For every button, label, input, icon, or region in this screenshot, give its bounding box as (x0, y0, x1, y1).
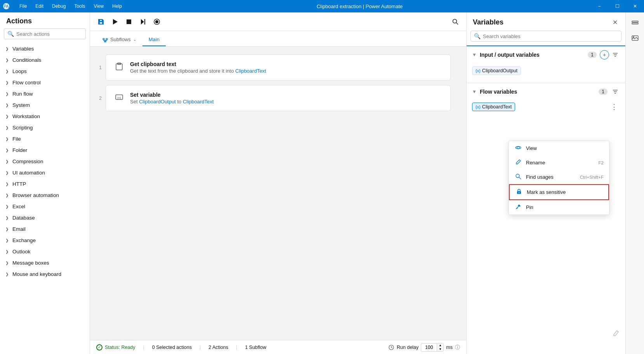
context-menu-view[interactable]: View (509, 141, 609, 155)
chevron-right-icon: ❯ (5, 47, 9, 51)
action-group-message-boxes[interactable]: ❯ Message boxes (0, 257, 90, 269)
menu-view[interactable]: View (90, 2, 108, 10)
clipboard-output-chip[interactable]: {x} ClipboardOutput (472, 66, 521, 75)
step-1-title: Get clipboard text (130, 61, 443, 67)
action-group-email[interactable]: ❯ Email (0, 223, 90, 235)
action-group-browser-automation[interactable]: ❯ Browser automation (0, 190, 90, 201)
action-group-label: Loops (12, 68, 27, 74)
action-group-loops[interactable]: ❯ Loops (0, 66, 90, 77)
action-group-label: File (12, 136, 21, 142)
flow-variables-section-header[interactable]: ▼ Flow variables 1 (467, 83, 625, 100)
delay-spinners: ▲ ▼ (437, 344, 443, 351)
action-group-label: Exchange (12, 237, 36, 243)
search-variables-input[interactable] (483, 33, 618, 39)
variables-panel-close-button[interactable]: ✕ (611, 17, 619, 28)
clipboard-text-row[interactable]: {x} ClipboardText ⋮ (467, 100, 625, 113)
action-group-label: Excel (12, 204, 25, 209)
search-actions-icon: 🔍 (7, 31, 14, 37)
menu-bar: File Edit Debug Tools View Help (12, 2, 129, 10)
action-group-label: Run flow (12, 91, 33, 97)
action-group-label: Database (12, 215, 35, 221)
action-group-workstation[interactable]: ❯ Workstation (0, 111, 90, 122)
window-title: Clipboard extraction | Power Automate (129, 3, 590, 9)
svg-rect-5 (144, 19, 145, 24)
sensitive-icon (515, 188, 523, 196)
action-group-database[interactable]: ❯ Database (0, 212, 90, 223)
action-group-variables[interactable]: ❯ Variables (0, 43, 90, 54)
context-menu-mark-sensitive[interactable]: Mark as sensitive (509, 184, 609, 200)
context-menu-rename[interactable]: Rename F2 (509, 155, 609, 170)
menu-file[interactable]: File (16, 2, 31, 10)
flow-step-1: 1 Get clipboard text Get the text from t… (106, 54, 451, 80)
step-1-desc: Get the text from the clipboard and stor… (130, 68, 443, 74)
action-group-outlook[interactable]: ❯ Outlook (0, 246, 90, 257)
filter-variables-button[interactable] (611, 50, 620, 59)
search-actions-input[interactable] (16, 31, 82, 37)
menu-edit[interactable]: Edit (31, 2, 47, 10)
add-variable-button[interactable]: + (600, 50, 609, 59)
menu-tools[interactable]: Tools (70, 2, 89, 10)
menu-help[interactable]: Help (108, 2, 126, 10)
minimize-button[interactable]: − (590, 0, 608, 12)
action-group-scripting[interactable]: ❯ Scripting (0, 122, 90, 133)
run-delay-box: Run delay ▲ ▼ ms ⓘ (388, 343, 460, 352)
svg-rect-3 (127, 19, 131, 24)
filter-flow-vars-button[interactable] (611, 87, 620, 96)
main-tab-label: Main (149, 37, 160, 42)
action-group-label: Message boxes (12, 260, 49, 266)
layers-button[interactable] (628, 16, 642, 30)
flow-variables-section: ▼ Flow variables 1 {x} ClipboardText ⋮ (467, 83, 625, 113)
menu-debug[interactable]: Debug (48, 2, 69, 10)
step-1-variable-link[interactable]: ClipboardText (235, 68, 266, 74)
svg-marker-2 (113, 19, 118, 24)
step-2-set-var-link[interactable]: ClipboardOutput (139, 99, 176, 105)
delay-decrement-button[interactable]: ▼ (437, 347, 443, 351)
action-group-compression[interactable]: ❯ Compression (0, 156, 90, 167)
close-button[interactable]: ✕ (626, 0, 644, 12)
action-group-run-flow[interactable]: ❯ Run flow (0, 88, 90, 99)
variable-more-button[interactable]: ⋮ (608, 102, 620, 112)
step-2-set-val-link[interactable]: ClipboardText (183, 99, 214, 105)
step-button[interactable] (137, 16, 149, 28)
context-menu-pin[interactable]: Pin (509, 200, 609, 214)
action-group-flow-control[interactable]: ❯ Flow control (0, 77, 90, 88)
action-group-http[interactable]: ❯ HTTP (0, 178, 90, 190)
maximize-button[interactable]: ☐ (608, 0, 626, 12)
erase-icon-area (612, 329, 620, 338)
stop-button[interactable] (123, 16, 135, 28)
delay-increment-button[interactable]: ▲ (437, 344, 443, 347)
action-group-folder[interactable]: ❯ Folder (0, 145, 90, 156)
status-bar: ✓ Status: Ready | 0 Selected actions | 2… (90, 340, 466, 354)
search-variables-box[interactable]: 🔍 (470, 31, 621, 42)
save-button[interactable] (95, 16, 107, 28)
clipboard-text-label: ClipboardText (482, 104, 512, 110)
run-delay-input[interactable] (421, 344, 437, 351)
action-group-file[interactable]: ❯ File (0, 133, 90, 145)
rename-shortcut: F2 (599, 160, 604, 165)
tab-main[interactable]: Main (142, 33, 166, 46)
action-group-system[interactable]: ❯ System (0, 99, 90, 111)
tab-subflows[interactable]: Subflows ⌄ (96, 33, 142, 46)
input-output-chevron-icon: ▼ (472, 52, 477, 58)
action-group-excel[interactable]: ❯ Excel (0, 201, 90, 212)
chevron-right-icon: ❯ (5, 159, 9, 164)
context-menu-find-usages[interactable]: Find usages Ctrl+Shift+F (509, 170, 609, 184)
action-group-ui-automation[interactable]: ❯ UI automation (0, 167, 90, 178)
flow-step-card-2[interactable]: {x} Set variable Set ClipboardOutput to … (106, 85, 451, 111)
search-canvas-button[interactable] (449, 16, 462, 28)
image-button[interactable] (628, 31, 642, 45)
run-button[interactable] (109, 16, 121, 28)
record-button[interactable] (151, 16, 163, 28)
input-output-section-header[interactable]: ▼ Input / output variables 1 + (467, 46, 625, 63)
action-group-mouse-keyboard[interactable]: ❯ Mouse and keyboard (0, 269, 90, 280)
flow-vars-chevron-icon: ▼ (472, 89, 477, 94)
clipboard-text-chip[interactable]: {x} ClipboardText (472, 103, 515, 111)
action-group-label: Variables (12, 46, 34, 52)
chevron-right-icon: ❯ (5, 114, 9, 119)
action-group-conditionals[interactable]: ❯ Conditionals (0, 54, 90, 66)
flow-step-card-1[interactable]: Get clipboard text Get the text from the… (106, 54, 451, 80)
svg-rect-12 (104, 41, 106, 42)
action-group-exchange[interactable]: ❯ Exchange (0, 235, 90, 246)
run-delay-unit: ms (446, 345, 453, 350)
search-actions-box[interactable]: 🔍 (4, 28, 86, 39)
